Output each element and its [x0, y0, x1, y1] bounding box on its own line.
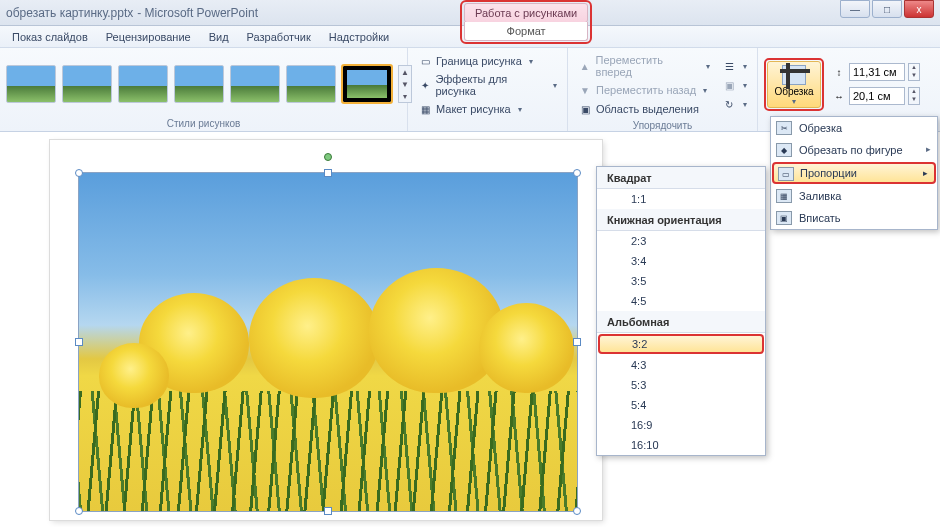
resize-handle[interactable] [75, 338, 83, 346]
crop-dropdown-menu: ✂Обрезка ◆Обрезать по фигуре ▭Пропорции … [770, 116, 938, 230]
maximize-button[interactable]: □ [872, 0, 902, 18]
aspect-option[interactable]: 4:5 [597, 291, 765, 311]
bring-forward-button: ▲Переместить вперед [574, 52, 714, 80]
fill-icon: ▦ [776, 189, 792, 203]
picture-layout-button[interactable]: ▦Макет рисунка [414, 100, 561, 118]
resize-handle[interactable] [75, 169, 83, 177]
shape-icon: ◆ [776, 143, 792, 157]
height-spinner[interactable]: ▲▼ [908, 63, 920, 81]
width-input[interactable]: 20,1 см [849, 87, 905, 105]
align-button[interactable]: ☰ [718, 57, 751, 75]
aspect-option[interactable]: 2:3 [597, 231, 765, 251]
aspect-ratio-submenu: Квадрат 1:1 Книжная ориентация 2:3 3:4 3… [596, 166, 766, 456]
rotation-handle[interactable] [324, 153, 332, 161]
picture-style-thumb[interactable] [62, 65, 112, 103]
menu-review[interactable]: Рецензирование [106, 31, 191, 43]
format-tab[interactable]: Формат [464, 22, 588, 41]
height-icon: ↕ [832, 65, 846, 79]
picture-style-thumb[interactable] [174, 65, 224, 103]
group-icon: ▣ [722, 78, 736, 92]
resize-handle[interactable] [573, 507, 581, 515]
picture-style-gallery: ▲▼▾ [6, 65, 412, 103]
aspect-header-portrait: Книжная ориентация [597, 209, 765, 231]
crop-icon [782, 65, 806, 85]
fit-icon: ▣ [776, 211, 792, 225]
ribbon-group-label: Стили рисунков [6, 116, 401, 129]
aspect-header-landscape: Альбомная [597, 311, 765, 333]
aspect-option[interactable]: 3:5 [597, 271, 765, 291]
align-icon: ☰ [722, 59, 736, 73]
crop-menu-fit[interactable]: ▣Вписать [771, 207, 937, 229]
crop-split-button[interactable]: Обрезка ▾ [767, 61, 821, 108]
ribbon-group-arrange: ▲Переместить вперед ▼Переместить назад ▣… [568, 48, 758, 131]
document-title: обрезать картинку.pptx [6, 6, 133, 20]
rotate-button[interactable]: ↻ [718, 95, 751, 113]
send-backward-button: ▼Переместить назад [574, 81, 714, 99]
picture-style-thumb[interactable] [6, 65, 56, 103]
aspect-option[interactable]: 3:4 [597, 251, 765, 271]
aspect-option[interactable]: 16:10 [597, 435, 765, 455]
app-name: - Microsoft PowerPoint [137, 6, 258, 20]
resize-handle[interactable] [573, 338, 581, 346]
menu-developer[interactable]: Разработчик [247, 31, 311, 43]
layout-icon: ▦ [418, 102, 432, 116]
crop-menu-to-shape[interactable]: ◆Обрезать по фигуре [771, 139, 937, 161]
crop-button-highlight: Обрезка ▾ [764, 58, 824, 111]
height-control: ↕ 11,31 см ▲▼ [832, 63, 920, 81]
width-icon: ↔ [832, 89, 846, 103]
picture-style-thumb[interactable] [286, 65, 336, 103]
ribbon-group-styles: ▲▼▾ Стили рисунков [0, 48, 408, 131]
crop-menu-aspect-highlighted[interactable]: ▭Пропорции [772, 162, 936, 184]
selection-pane-icon: ▣ [578, 102, 592, 116]
titlebar: обрезать картинку.pptx - Microsoft Power… [0, 0, 940, 26]
ribbon-group-label [414, 118, 561, 131]
aspect-option[interactable]: 1:1 [597, 189, 765, 209]
resize-handle[interactable] [324, 507, 332, 515]
width-spinner[interactable]: ▲▼ [908, 87, 920, 105]
picture-style-thumb[interactable] [230, 65, 280, 103]
picture-style-thumb[interactable] [118, 65, 168, 103]
height-input[interactable]: 11,31 см [849, 63, 905, 81]
minimize-button[interactable]: — [840, 0, 870, 18]
selection-pane-button[interactable]: ▣Область выделения [574, 100, 714, 118]
picture-effects-button[interactable]: ✦Эффекты для рисунка [414, 71, 561, 99]
ribbon-group-label: Упорядочить [574, 118, 751, 131]
menu-view[interactable]: Вид [209, 31, 229, 43]
border-icon: ▭ [418, 54, 432, 68]
crop-menu-crop[interactable]: ✂Обрезка [771, 117, 937, 139]
aspect-option[interactable]: 5:4 [597, 395, 765, 415]
selected-picture[interactable] [78, 172, 578, 512]
width-control: ↔ 20,1 см ▲▼ [832, 87, 920, 105]
send-backward-icon: ▼ [578, 83, 592, 97]
rotate-icon: ↻ [722, 97, 736, 111]
aspect-option[interactable]: 4:3 [597, 355, 765, 375]
picture-style-thumb-selected[interactable] [342, 65, 392, 103]
crop-icon: ✂ [776, 121, 792, 135]
menu-addins[interactable]: Надстройки [329, 31, 389, 43]
aspect-option[interactable]: 16:9 [597, 415, 765, 435]
resize-handle[interactable] [573, 169, 581, 177]
bring-forward-icon: ▲ [578, 59, 592, 73]
resize-handle[interactable] [324, 169, 332, 177]
picture-tools-tab-highlight: Работа с рисунками Формат [460, 0, 592, 44]
crop-menu-fill[interactable]: ▦Заливка [771, 185, 937, 207]
aspect-option[interactable]: 5:3 [597, 375, 765, 395]
resize-handle[interactable] [75, 507, 83, 515]
picture-tools-context: Работа с рисунками [464, 3, 588, 23]
picture-border-button[interactable]: ▭Граница рисунка [414, 52, 561, 70]
ribbon-group-picture-adjust: ▭Граница рисунка ✦Эффекты для рисунка ▦М… [408, 48, 568, 131]
close-button[interactable]: x [904, 0, 934, 18]
aspect-header-square: Квадрат [597, 167, 765, 189]
aspect-icon: ▭ [778, 167, 794, 181]
aspect-option-highlighted[interactable]: 3:2 [598, 334, 764, 354]
effects-icon: ✦ [418, 78, 431, 92]
menu-slideshow[interactable]: Показ слайдов [12, 31, 88, 43]
window-controls: — □ x [840, 0, 934, 18]
group-button: ▣ [718, 76, 751, 94]
